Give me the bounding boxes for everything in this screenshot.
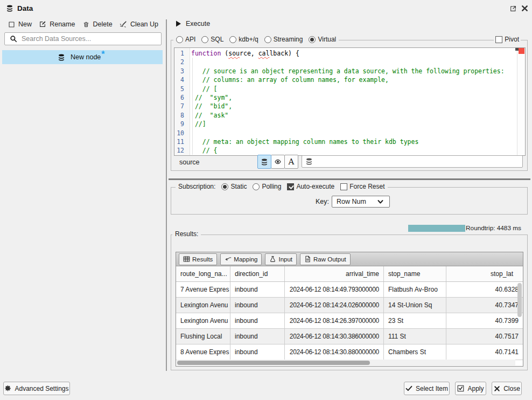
- code-line: 1function (source, callback) {: [174, 49, 516, 58]
- pivot-checkbox-box[interactable]: [495, 36, 502, 43]
- results-tabstrip: ResultsMappingInputRaw Output: [176, 252, 523, 266]
- new-button[interactable]: New: [8, 19, 32, 29]
- tab-results[interactable]: Results: [179, 253, 217, 265]
- close-icon[interactable]: [520, 4, 529, 12]
- table-cell: Flushing Local: [176, 329, 230, 344]
- modified-marker: *: [101, 50, 104, 59]
- radio-api[interactable]: API: [176, 36, 195, 43]
- table-row[interactable]: Lexington Avenuinbound2024-06-12 08:14:2…: [176, 298, 523, 313]
- font-view-button[interactable]: A: [284, 155, 298, 169]
- rename-icon: [39, 20, 46, 28]
- source-view-buttons: A: [257, 155, 298, 169]
- datasource-toolbar: NewRenameDeleteClean Up: [4, 19, 162, 29]
- table-cell: 2024-06-12 08:14:49.793000000: [285, 282, 384, 297]
- editor-scrollbar[interactable]: [517, 48, 525, 155]
- column-header[interactable]: stop_name: [384, 266, 446, 281]
- key-select-value: Row Num: [337, 198, 366, 205]
- radio-polling[interactable]: Polling: [253, 183, 281, 190]
- column-header[interactable]: route_long_na...: [176, 266, 230, 281]
- radio-sql[interactable]: SQL: [201, 36, 223, 43]
- eye-view-button[interactable]: [271, 155, 285, 169]
- select-item-button[interactable]: Select Item: [404, 382, 450, 395]
- table-horizontal-scrollbar[interactable]: [177, 360, 515, 365]
- tab-mapping[interactable]: Mapping: [220, 253, 262, 265]
- code-lines: 1function (source, callback) {23 // sour…: [174, 49, 516, 155]
- tab-input[interactable]: Input: [265, 253, 297, 265]
- check-icon: [405, 385, 412, 392]
- section-divider[interactable]: [169, 178, 530, 180]
- eye-icon: [274, 158, 282, 165]
- code-editor[interactable]: 1function (source, callback) {23 // sour…: [174, 47, 526, 156]
- check-square-icon: [457, 385, 464, 392]
- database-icon: [261, 158, 268, 165]
- pivot-label: Pivot: [505, 36, 519, 43]
- popout-icon[interactable]: [509, 5, 517, 12]
- database-view-button[interactable]: [257, 155, 271, 169]
- data-dialog: Data NewRenameDeleteClean Up Search Data…: [0, 0, 532, 400]
- results-container: ResultsMappingInputRaw Output route_long…: [176, 252, 523, 367]
- radio-static[interactable]: Static: [221, 183, 247, 190]
- table-row[interactable]: 8 Avenue Expresinbound2024-06-12 08:14:3…: [176, 344, 523, 360]
- code-line: 8 // "ask": [174, 111, 516, 120]
- column-header[interactable]: stop_lat: [446, 266, 523, 281]
- source-input[interactable]: [302, 155, 523, 168]
- key-label: Key:: [316, 198, 329, 205]
- source-field-label: source: [179, 158, 200, 166]
- key-select[interactable]: Row Num: [332, 196, 390, 208]
- radio-polling-circle[interactable]: [253, 183, 260, 190]
- gear-icon: [4, 385, 11, 392]
- table-cell: Flatbush Av-Broo: [384, 282, 446, 297]
- radio-kdb-q[interactable]: kdb+/q: [229, 36, 258, 43]
- play-icon: [176, 20, 181, 27]
- advanced-settings-button[interactable]: Advanced Settings: [3, 382, 70, 395]
- tab-raw-output[interactable]: Raw Output: [300, 253, 351, 265]
- checkbox-auto-execute[interactable]: Auto-execute: [287, 183, 334, 190]
- hscroll-thumb[interactable]: [177, 361, 370, 365]
- close-button[interactable]: Close: [492, 382, 522, 395]
- auto-execute-box[interactable]: [287, 183, 294, 190]
- database-icon: [305, 158, 313, 165]
- table-cell: inbound: [230, 344, 285, 360]
- results-label: Results:: [175, 230, 198, 238]
- font-icon: A: [289, 157, 295, 167]
- search-icon: [10, 35, 17, 43]
- code-line: 2: [174, 58, 516, 66]
- code-line: 6 // "sym",: [174, 93, 516, 102]
- column-header[interactable]: direction_id: [230, 266, 285, 281]
- table-cell: 40.7517: [446, 329, 523, 344]
- search-input[interactable]: Search Data Sources...: [4, 32, 162, 45]
- code-line: 9 //]: [174, 120, 516, 128]
- radio-static-circle[interactable]: [221, 183, 228, 190]
- radio-streaming[interactable]: Streaming: [264, 36, 303, 43]
- apply-button[interactable]: Apply: [455, 382, 486, 395]
- clean-up-button[interactable]: Clean Up: [120, 19, 158, 29]
- table-header-row: route_long_na...direction_idarrival_time…: [176, 266, 523, 282]
- table-cell: inbound: [230, 298, 285, 313]
- panel-divider[interactable]: [166, 19, 167, 371]
- table-row[interactable]: 7 Avenue Expresinbound2024-06-12 08:14:4…: [176, 282, 523, 298]
- delete-button[interactable]: Delete: [82, 19, 113, 29]
- column-header[interactable]: arrival_time: [285, 266, 384, 281]
- table-cell: inbound: [230, 329, 285, 344]
- rename-button[interactable]: Rename: [39, 19, 75, 29]
- force-reset-box[interactable]: [340, 183, 347, 190]
- source-type-radios: APISQLkdb+/qStreamingVirtual: [173, 36, 339, 43]
- roundtrip-label: Roundtrip: 4483 ms: [466, 224, 521, 232]
- radio-virtual[interactable]: Virtual: [309, 36, 336, 43]
- database-icon: [57, 53, 66, 61]
- table-cell: 111 St: [384, 329, 446, 344]
- tree-item-label: New node: [71, 53, 101, 61]
- execute-button[interactable]: Execute: [176, 20, 210, 27]
- table-cell: 23 St: [384, 313, 446, 328]
- results-table: route_long_na...direction_idarrival_time…: [176, 266, 523, 360]
- tree-item-new-node[interactable]: New node *: [2, 50, 163, 64]
- table-cell: 8 Avenue Expres: [176, 344, 230, 360]
- table-row[interactable]: Lexington Avenuinbound2024-06-12 08:14:2…: [176, 313, 523, 329]
- table-cell: 40.6328: [446, 282, 523, 297]
- table-cell: 40.7347: [446, 298, 523, 313]
- table-vertical-scrollbar[interactable]: [517, 283, 522, 317]
- pivot-checkbox[interactable]: Pivot: [494, 36, 521, 43]
- code-line: 12 // {: [174, 146, 516, 155]
- checkbox-force-reset[interactable]: Force Reset: [340, 183, 384, 190]
- table-row[interactable]: Flushing Localinbound2024-06-12 08:14:30…: [176, 329, 523, 344]
